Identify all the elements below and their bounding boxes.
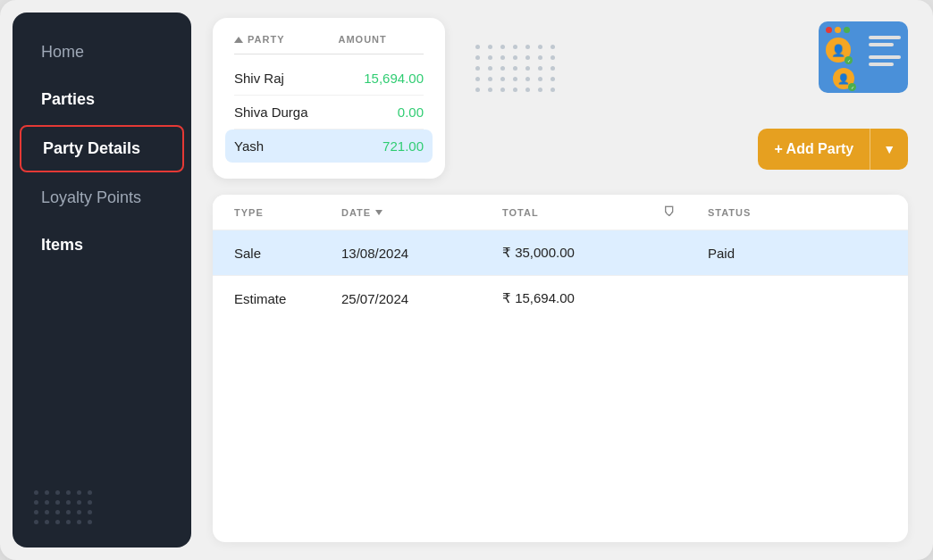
sidebar-item-party-details[interactable]: Party Details [20, 125, 184, 172]
party-row-shivraj[interactable]: Shiv Raj 15,694.00 [234, 62, 424, 96]
filter-header[interactable]: ⛉ [663, 205, 708, 219]
table-row[interactable]: Estimate 25/07/2024 ₹ 15,694.00 [213, 276, 908, 321]
illustration: 👤 ✓ 👤 ✓ [819, 18, 908, 93]
sidebar: Home Parties Party Details Loyalty Point… [13, 13, 191, 547]
transactions-table: TYPE DATE TOTAL ⛉ STATUS Sale 1 [213, 195, 908, 542]
party-card-header: PARTY AMOUNT [234, 34, 424, 54]
dots-decoration [475, 45, 557, 92]
table-row[interactable]: Sale 13/08/2024 ₹ 35,000.00 Paid [213, 230, 908, 276]
amount-col-header: AMOUNT [338, 34, 386, 45]
app-container: Home Parties Party Details Loyalty Point… [0, 0, 933, 560]
total-header: TOTAL [502, 205, 663, 219]
date-header[interactable]: DATE [341, 205, 502, 219]
party-col-header: PARTY [234, 34, 284, 45]
sidebar-item-home[interactable]: Home [20, 30, 184, 74]
chevron-down-icon: ▼ [870, 129, 908, 170]
filter-icon: ⛉ [663, 205, 676, 219]
party-card: PARTY AMOUNT Shiv Raj 15,694.00 Shiva Du… [213, 18, 445, 179]
main-content: PARTY AMOUNT Shiv Raj 15,694.00 Shiva Du… [191, 0, 933, 560]
type-header: TYPE [234, 205, 341, 219]
status-header: STATUS [708, 205, 815, 219]
sidebar-item-parties[interactable]: Parties [20, 78, 184, 121]
sort-down-icon [375, 210, 382, 215]
top-section: PARTY AMOUNT Shiv Raj 15,694.00 Shiva Du… [213, 18, 908, 179]
sidebar-item-loyalty-points[interactable]: Loyalty Points [20, 176, 184, 220]
sidebar-item-items[interactable]: Items [20, 223, 184, 267]
sidebar-decoration-dots [13, 474, 191, 531]
table-header: TYPE DATE TOTAL ⛉ STATUS [213, 195, 908, 230]
party-row-shivadurga[interactable]: Shiva Durga 0.00 [234, 96, 424, 130]
sort-up-icon [234, 37, 243, 43]
party-row-yash[interactable]: Yash 721.00 [225, 130, 433, 163]
add-party-button[interactable]: + Add Party ▼ [758, 129, 908, 170]
